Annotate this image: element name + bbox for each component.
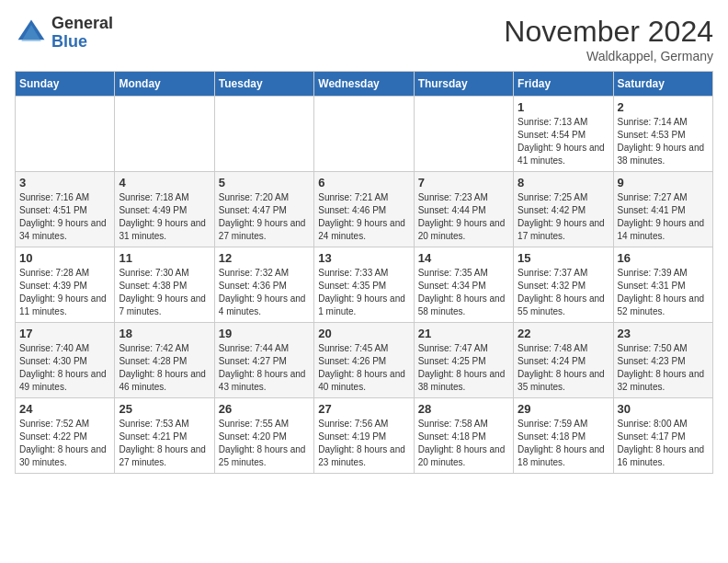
calendar-cell: 26Sunrise: 7:55 AM Sunset: 4:20 PM Dayli…	[214, 398, 313, 474]
day-number: 15	[518, 251, 609, 265]
logo-text: General Blue	[51, 15, 113, 52]
day-info: Sunrise: 7:44 AM Sunset: 4:27 PM Dayligh…	[219, 342, 310, 394]
calendar-cell: 20Sunrise: 7:45 AM Sunset: 4:26 PM Dayli…	[314, 323, 414, 398]
calendar-cell	[16, 97, 115, 172]
day-info: Sunrise: 7:40 AM Sunset: 4:30 PM Dayligh…	[19, 342, 110, 394]
calendar-cell: 28Sunrise: 7:58 AM Sunset: 4:18 PM Dayli…	[414, 398, 513, 474]
day-number: 19	[219, 327, 310, 340]
calendar-cell	[115, 97, 214, 172]
day-info: Sunrise: 7:59 AM Sunset: 4:18 PM Dayligh…	[518, 418, 609, 469]
day-number: 12	[219, 251, 310, 265]
day-number: 27	[318, 402, 409, 416]
calendar-cell: 2Sunrise: 7:14 AM Sunset: 4:53 PM Daylig…	[613, 97, 712, 172]
day-number: 3	[19, 176, 110, 190]
day-number: 22	[518, 327, 609, 340]
day-info: Sunrise: 7:35 AM Sunset: 4:34 PM Dayligh…	[418, 267, 509, 318]
calendar-cell: 27Sunrise: 7:56 AM Sunset: 4:19 PM Dayli…	[314, 398, 414, 474]
calendar-cell: 7Sunrise: 7:23 AM Sunset: 4:44 PM Daylig…	[414, 172, 513, 247]
day-info: Sunrise: 7:33 AM Sunset: 4:35 PM Dayligh…	[318, 267, 409, 318]
calendar-cell: 4Sunrise: 7:18 AM Sunset: 4:49 PM Daylig…	[115, 172, 214, 247]
calendar-cell: 19Sunrise: 7:44 AM Sunset: 4:27 PM Dayli…	[214, 323, 313, 398]
day-info: Sunrise: 7:42 AM Sunset: 4:28 PM Dayligh…	[119, 342, 210, 394]
day-info: Sunrise: 7:23 AM Sunset: 4:44 PM Dayligh…	[418, 191, 509, 243]
day-info: Sunrise: 7:47 AM Sunset: 4:25 PM Dayligh…	[418, 342, 509, 394]
day-info: Sunrise: 8:00 AM Sunset: 4:17 PM Dayligh…	[618, 418, 709, 469]
calendar-table: Sunday Monday Tuesday Wednesday Thursday…	[15, 71, 713, 474]
calendar-cell: 18Sunrise: 7:42 AM Sunset: 4:28 PM Dayli…	[115, 323, 214, 398]
day-number: 11	[119, 251, 210, 265]
page-header: General Blue November 2024 Waldkappel, G…	[15, 15, 713, 63]
calendar-body: 1Sunrise: 7:13 AM Sunset: 4:54 PM Daylig…	[16, 97, 713, 474]
day-number: 28	[418, 402, 509, 416]
day-info: Sunrise: 7:52 AM Sunset: 4:22 PM Dayligh…	[19, 418, 110, 469]
calendar-cell: 25Sunrise: 7:53 AM Sunset: 4:21 PM Dayli…	[115, 398, 214, 474]
location: Waldkappel, Germany	[504, 49, 713, 63]
day-number: 29	[518, 402, 609, 416]
calendar-cell: 3Sunrise: 7:16 AM Sunset: 4:51 PM Daylig…	[16, 172, 115, 247]
calendar-cell: 29Sunrise: 7:59 AM Sunset: 4:18 PM Dayli…	[514, 398, 613, 474]
day-info: Sunrise: 7:45 AM Sunset: 4:26 PM Dayligh…	[318, 342, 409, 394]
calendar-cell: 8Sunrise: 7:25 AM Sunset: 4:42 PM Daylig…	[514, 172, 613, 247]
calendar-cell: 21Sunrise: 7:47 AM Sunset: 4:25 PM Dayli…	[414, 323, 513, 398]
day-number: 25	[119, 402, 210, 416]
day-info: Sunrise: 7:18 AM Sunset: 4:49 PM Dayligh…	[119, 191, 210, 243]
day-info: Sunrise: 7:48 AM Sunset: 4:24 PM Dayligh…	[518, 342, 609, 394]
day-number: 6	[318, 176, 409, 190]
day-number: 4	[119, 176, 210, 190]
day-number: 20	[318, 327, 409, 340]
day-number: 26	[219, 402, 310, 416]
calendar-cell: 30Sunrise: 8:00 AM Sunset: 4:17 PM Dayli…	[613, 398, 712, 474]
day-info: Sunrise: 7:58 AM Sunset: 4:18 PM Dayligh…	[418, 418, 509, 469]
day-number: 14	[418, 251, 509, 265]
calendar-cell: 9Sunrise: 7:27 AM Sunset: 4:41 PM Daylig…	[613, 172, 712, 247]
day-number: 7	[418, 176, 509, 190]
day-number: 9	[618, 176, 709, 190]
day-info: Sunrise: 7:25 AM Sunset: 4:42 PM Dayligh…	[518, 191, 609, 243]
header-row: Sunday Monday Tuesday Wednesday Thursday…	[16, 72, 713, 97]
calendar-cell: 12Sunrise: 7:32 AM Sunset: 4:36 PM Dayli…	[214, 247, 313, 323]
calendar-cell: 5Sunrise: 7:20 AM Sunset: 4:47 PM Daylig…	[214, 172, 313, 247]
col-tuesday: Tuesday	[214, 72, 313, 97]
day-number: 5	[219, 176, 310, 190]
calendar-cell: 14Sunrise: 7:35 AM Sunset: 4:34 PM Dayli…	[414, 247, 513, 323]
day-info: Sunrise: 7:50 AM Sunset: 4:23 PM Dayligh…	[618, 342, 709, 394]
day-info: Sunrise: 7:53 AM Sunset: 4:21 PM Dayligh…	[119, 418, 210, 469]
calendar-cell: 23Sunrise: 7:50 AM Sunset: 4:23 PM Dayli…	[613, 323, 712, 398]
day-number: 1	[518, 100, 609, 114]
calendar-cell: 11Sunrise: 7:30 AM Sunset: 4:38 PM Dayli…	[115, 247, 214, 323]
col-friday: Friday	[514, 72, 613, 97]
calendar-cell: 24Sunrise: 7:52 AM Sunset: 4:22 PM Dayli…	[16, 398, 115, 474]
day-number: 30	[618, 402, 709, 416]
day-info: Sunrise: 7:32 AM Sunset: 4:36 PM Dayligh…	[219, 267, 310, 318]
day-info: Sunrise: 7:56 AM Sunset: 4:19 PM Dayligh…	[318, 418, 409, 469]
day-info: Sunrise: 7:14 AM Sunset: 4:53 PM Dayligh…	[618, 116, 709, 167]
calendar-cell	[414, 97, 513, 172]
day-number: 18	[119, 327, 210, 340]
day-number: 16	[618, 251, 709, 265]
calendar-week-3: 10Sunrise: 7:28 AM Sunset: 4:39 PM Dayli…	[16, 247, 713, 323]
col-monday: Monday	[115, 72, 214, 97]
day-number: 10	[19, 251, 110, 265]
day-number: 24	[19, 402, 110, 416]
col-saturday: Saturday	[613, 72, 712, 97]
month-title: November 2024	[504, 15, 713, 49]
calendar-cell	[214, 97, 313, 172]
day-number: 2	[618, 100, 709, 114]
day-number: 17	[19, 327, 110, 340]
calendar-header: Sunday Monday Tuesday Wednesday Thursday…	[16, 72, 713, 97]
calendar-cell: 22Sunrise: 7:48 AM Sunset: 4:24 PM Dayli…	[514, 323, 613, 398]
day-number: 21	[418, 327, 509, 340]
calendar-cell	[314, 97, 414, 172]
logo: General Blue	[15, 15, 113, 52]
day-number: 23	[618, 327, 709, 340]
calendar-week-5: 24Sunrise: 7:52 AM Sunset: 4:22 PM Dayli…	[16, 398, 713, 474]
day-number: 8	[518, 176, 609, 190]
calendar-cell: 1Sunrise: 7:13 AM Sunset: 4:54 PM Daylig…	[514, 97, 613, 172]
day-info: Sunrise: 7:37 AM Sunset: 4:32 PM Dayligh…	[518, 267, 609, 318]
calendar-week-2: 3Sunrise: 7:16 AM Sunset: 4:51 PM Daylig…	[16, 172, 713, 247]
calendar-cell: 13Sunrise: 7:33 AM Sunset: 4:35 PM Dayli…	[314, 247, 414, 323]
day-info: Sunrise: 7:55 AM Sunset: 4:20 PM Dayligh…	[219, 418, 310, 469]
title-area: November 2024 Waldkappel, Germany	[504, 15, 713, 63]
day-info: Sunrise: 7:28 AM Sunset: 4:39 PM Dayligh…	[19, 267, 110, 318]
calendar-cell: 17Sunrise: 7:40 AM Sunset: 4:30 PM Dayli…	[16, 323, 115, 398]
